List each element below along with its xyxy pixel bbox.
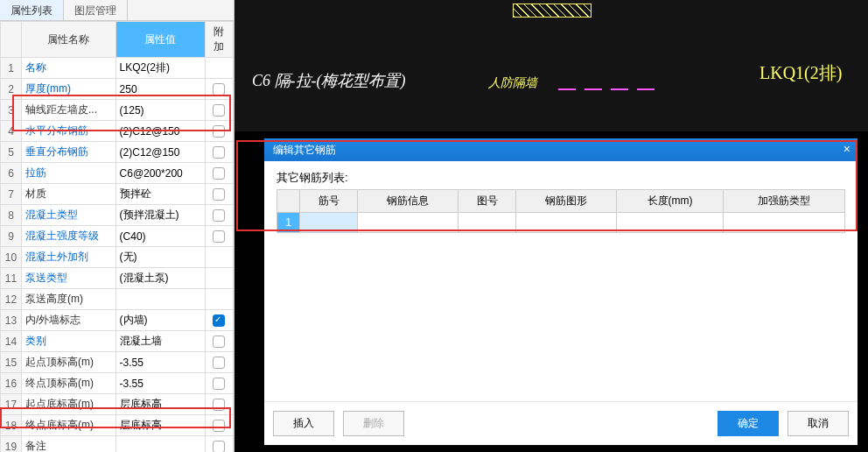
delete-button[interactable]: 删除 [343,411,404,436]
checkbox[interactable] [213,399,225,411]
row-index: 7 [1,184,22,205]
table-row[interactable]: 7材质预拌砼 [1,184,234,205]
table-row[interactable]: 8混凝土类型(预拌混凝土) [1,205,234,226]
extra-cell[interactable] [205,184,233,205]
table-row[interactable]: 18终点底标高(m)层底标高 [1,415,234,436]
grid-col-3[interactable]: 钢筋图形 [516,190,617,213]
extra-cell[interactable] [205,415,233,436]
extra-cell[interactable] [205,163,233,184]
checkbox[interactable] [213,441,225,452]
extra-cell[interactable] [205,142,233,163]
checkbox[interactable] [213,125,225,138]
table-row[interactable]: 17起点底标高(m)层底标高 [1,394,234,415]
extra-cell[interactable] [205,100,233,121]
list-label: 其它钢筋列表: [276,170,845,186]
dialog-titlebar[interactable]: 编辑其它钢筋 × [264,138,858,161]
checkbox[interactable] [213,188,225,201]
grid-col-2[interactable]: 图号 [458,190,515,213]
table-row[interactable]: 11泵送类型(混凝土泵) [1,268,234,289]
rebar-grid[interactable]: 筋号钢筋信息图号钢筋图形长度(mm)加强筋类型 1 [276,189,845,233]
property-value[interactable] [116,436,205,453]
table-row[interactable]: 6拉筋C6@200*200 [1,163,234,184]
table-row[interactable]: 3轴线距左墙皮...(125) [1,100,234,121]
property-value[interactable]: (2)C12@150 [116,142,205,163]
ok-button[interactable]: 确定 [718,411,779,436]
property-value[interactable]: (125) [116,100,205,121]
checkbox[interactable] [213,146,225,159]
table-row[interactable]: 15起点顶标高(m)-3.55 [1,352,234,373]
property-value[interactable]: 层底标高 [116,415,205,436]
property-value[interactable]: 预拌砼 [116,184,205,205]
property-value[interactable]: (无) [116,247,205,268]
checkbox[interactable] [213,378,225,390]
property-value[interactable]: -3.55 [116,373,205,394]
property-value[interactable]: 混凝土墙 [116,331,205,352]
extra-cell[interactable] [205,205,233,226]
extra-cell[interactable] [205,79,233,100]
extra-cell[interactable] [205,268,233,289]
extra-cell[interactable] [205,247,233,268]
checkbox[interactable] [213,314,225,327]
grid-col-5[interactable]: 加强筋类型 [724,190,845,213]
checkbox[interactable] [213,357,225,369]
cell-type[interactable] [724,213,845,233]
extra-cell[interactable] [205,226,233,247]
close-icon[interactable]: × [844,142,850,156]
extra-cell[interactable] [205,121,233,142]
property-value[interactable]: (2)C12@150 [116,121,205,142]
col-value[interactable]: 属性值 [116,22,205,58]
table-row[interactable]: 10混凝土外加剂(无) [1,247,234,268]
property-value[interactable]: (内墙) [116,310,205,331]
checkbox[interactable] [213,420,225,432]
row-index: 13 [1,310,22,331]
table-row[interactable]: 1 [277,213,845,233]
extra-cell[interactable] [205,289,233,310]
property-value[interactable]: (C40) [116,226,205,247]
property-value[interactable]: (混凝土泵) [116,268,205,289]
property-value[interactable]: -3.55 [116,352,205,373]
extra-cell[interactable] [205,331,233,352]
checkbox[interactable] [213,335,225,348]
extra-cell[interactable] [205,394,233,415]
property-value[interactable] [116,289,205,310]
tab-properties[interactable]: 属性列表 [0,0,64,20]
property-value[interactable]: 层底标高 [116,394,205,415]
cell-jinhao[interactable] [300,213,358,233]
checkbox[interactable] [213,167,225,180]
table-row[interactable]: 19备注 [1,436,234,453]
insert-button[interactable]: 插入 [273,411,334,436]
table-row[interactable]: 12泵送高度(m) [1,289,234,310]
property-value[interactable]: (预拌混凝土) [116,205,205,226]
grid-col-0[interactable]: 筋号 [300,190,358,213]
extra-cell[interactable] [205,310,233,331]
table-row[interactable]: 5垂直分布钢筋(2)C12@150 [1,142,234,163]
cell-length[interactable] [616,213,724,233]
table-row[interactable]: 14类别混凝土墙 [1,331,234,352]
row-index: 4 [1,121,22,142]
checkbox[interactable] [213,104,225,117]
cad-canvas[interactable]: C6 隔-拉-(梅花型布置) 人防隔墙 LKQ1(2排) [234,0,868,131]
cell-info[interactable] [358,213,458,233]
tab-layer-mgmt[interactable]: 图层管理 [64,0,128,20]
table-row[interactable]: 4水平分布钢筋(2)C12@150 [1,121,234,142]
extra-cell[interactable] [205,436,233,453]
grid-col-1[interactable]: 钢筋信息 [358,190,458,213]
property-value[interactable]: C6@200*200 [116,163,205,184]
cell-shape[interactable] [516,213,617,233]
table-row[interactable]: 13内/外墙标志(内墙) [1,310,234,331]
checkbox[interactable] [213,209,225,222]
table-row[interactable]: 9混凝土强度等级(C40) [1,226,234,247]
cell-tuhao[interactable] [458,213,515,233]
checkbox[interactable] [213,230,225,243]
extra-cell[interactable] [205,373,233,394]
table-row[interactable]: 2厚度(mm)250 [1,79,234,100]
extra-cell[interactable] [205,352,233,373]
table-row[interactable]: 1名称LKQ2(2排) [1,58,234,79]
extra-cell[interactable] [205,58,233,79]
grid-col-4[interactable]: 长度(mm) [616,190,724,213]
cancel-button[interactable]: 取消 [788,411,849,436]
property-value[interactable]: LKQ2(2排) [116,58,205,79]
property-value[interactable]: 250 [116,79,205,100]
checkbox[interactable] [213,83,225,95]
table-row[interactable]: 16终点顶标高(m)-3.55 [1,373,234,394]
